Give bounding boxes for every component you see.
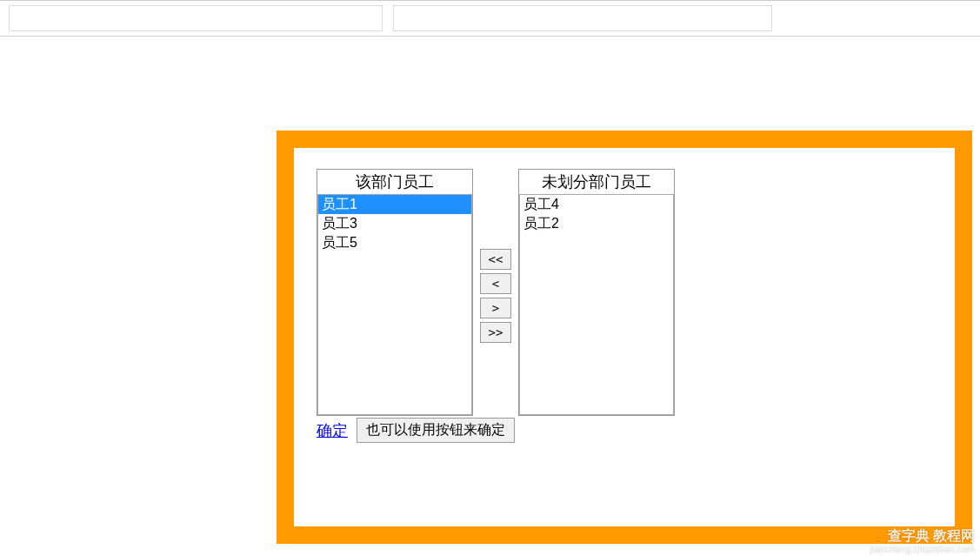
top-bar xyxy=(0,0,980,37)
move-all-left-button[interactable]: << xyxy=(480,249,511,270)
list-item[interactable]: 员工2 xyxy=(520,214,673,233)
left-list-title: 该部门员工 xyxy=(317,170,472,194)
right-list-title: 未划分部门员工 xyxy=(519,170,674,194)
list-item[interactable]: 员工3 xyxy=(318,214,471,233)
left-list[interactable]: 员工1员工3员工5 xyxy=(317,194,472,415)
right-list[interactable]: 员工4员工2 xyxy=(519,194,674,415)
list-item[interactable]: 员工1 xyxy=(318,195,471,214)
watermark-line2: jiaocheng.chazidian.com xyxy=(870,544,975,554)
confirm-button[interactable]: 也可以使用按钮来确定 xyxy=(357,418,515,443)
main-frame: 该部门员工 员工1员工3员工5 << < > >> 未划分部门员工 员工4员工2… xyxy=(277,131,972,544)
bottom-actions: 确定 也可以使用按钮来确定 xyxy=(317,418,932,443)
top-input-2[interactable] xyxy=(393,5,772,31)
right-list-panel: 未划分部门员工 员工4员工2 xyxy=(518,169,675,416)
move-all-right-button[interactable]: >> xyxy=(480,322,511,343)
move-right-button[interactable]: > xyxy=(480,298,511,318)
list-item[interactable]: 员工4 xyxy=(520,195,673,214)
top-input-1[interactable] xyxy=(9,5,383,31)
confirm-link[interactable]: 确定 xyxy=(317,420,348,441)
move-button-column: << < > >> xyxy=(473,249,518,343)
left-list-panel: 该部门员工 员工1员工3员工5 xyxy=(317,169,473,416)
move-left-button[interactable]: < xyxy=(480,273,511,294)
transfer-widget: 该部门员工 员工1员工3员工5 << < > >> 未划分部门员工 员工4员工2 xyxy=(317,169,932,416)
list-item[interactable]: 员工5 xyxy=(318,233,471,252)
